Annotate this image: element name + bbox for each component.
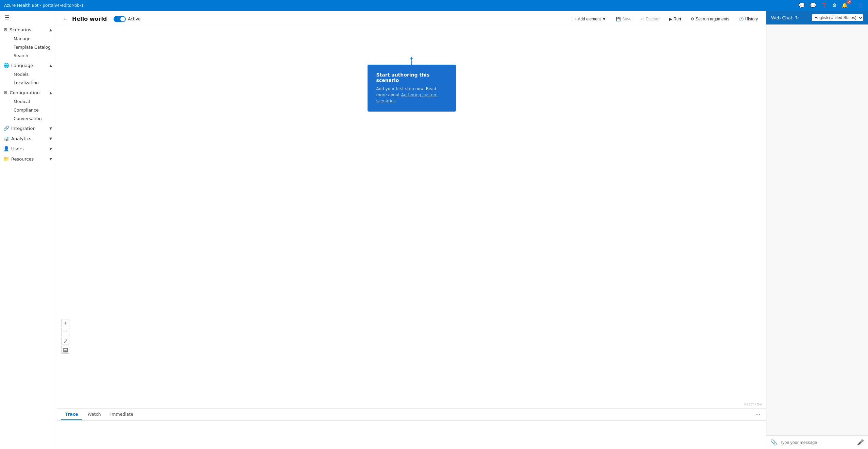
feedback-icon[interactable]: 💬 bbox=[799, 2, 805, 9]
zoom-controls: + − ⤢ ▤ bbox=[61, 319, 69, 354]
bottom-panel: Trace Watch Immediate ⋯ bbox=[57, 408, 766, 449]
scenarios-chevron: ▲ bbox=[49, 28, 52, 32]
back-button[interactable]: ← bbox=[63, 16, 68, 22]
main: ← Hello world Active + + Add element ▼ 💾… bbox=[57, 11, 766, 449]
language-sub-items: Models Localization bbox=[0, 70, 57, 87]
mic-icon[interactable]: 🎤 bbox=[857, 439, 864, 446]
set-run-args-icon: ⚙ bbox=[691, 17, 694, 21]
sidebar-section-integration[interactable]: 🔗Integration ▼ bbox=[0, 123, 57, 133]
run-button[interactable]: ▶ Run bbox=[666, 15, 684, 23]
sidebar-section-resources[interactable]: 📁Resources ▼ bbox=[0, 153, 57, 164]
settings-icon[interactable]: ⚙ bbox=[832, 2, 837, 9]
configuration-icon: ⚙ bbox=[3, 90, 8, 95]
toggle-thumb bbox=[120, 17, 125, 21]
topbar-left: Azure Health Bot - portalv4-editor-bb-1 bbox=[4, 3, 84, 8]
start-card-title: Start authoring this scenario bbox=[376, 72, 447, 83]
sidebar-section-configuration[interactable]: ⚙Configuration ▲ bbox=[0, 87, 57, 97]
webchat-header: Web Chat ↻ English (United States) Spani… bbox=[766, 11, 868, 24]
save-icon: 💾 bbox=[616, 17, 621, 21]
toggle-track[interactable] bbox=[114, 16, 126, 22]
canvas-wrapper: + Start authoring this scenario Add your… bbox=[57, 27, 766, 449]
minimap-button[interactable]: ▤ bbox=[61, 346, 69, 354]
webchat-panel: Web Chat ↻ English (United States) Spani… bbox=[766, 11, 868, 449]
canvas-area[interactable]: + Start authoring this scenario Add your… bbox=[57, 27, 766, 408]
sidebar-section-language[interactable]: 🌐Language ▲ bbox=[0, 60, 57, 70]
users-icon: 👤 bbox=[3, 146, 9, 151]
resources-chevron: ▼ bbox=[49, 157, 52, 161]
integration-chevron: ▼ bbox=[49, 127, 52, 130]
topbar-title: Azure Health Bot - portalv4-editor-bb-1 bbox=[4, 3, 84, 8]
chat-icon[interactable]: 💬 bbox=[810, 2, 816, 9]
webchat-refresh-icon[interactable]: ↻ bbox=[795, 15, 799, 20]
topbar-right: 💬 💬 ❓ ⚙ 🔔2 👤 bbox=[799, 2, 864, 9]
scenarios-sub-items: Manage Template Catalog Search bbox=[0, 34, 57, 60]
set-run-args-button[interactable]: ⚙ Set run arguments bbox=[688, 15, 732, 23]
users-chevron: ▼ bbox=[49, 147, 52, 151]
tab-trace[interactable]: Trace bbox=[61, 409, 82, 420]
help-icon[interactable]: ❓ bbox=[821, 2, 828, 9]
resources-icon: 📁 bbox=[3, 156, 9, 162]
hamburger-menu[interactable]: ☰ bbox=[0, 11, 57, 24]
sidebar-section-users[interactable]: 👤Users ▼ bbox=[0, 143, 57, 153]
sidebar-item-localization[interactable]: Localization bbox=[10, 79, 57, 87]
active-toggle[interactable]: Active bbox=[114, 16, 140, 22]
language-icon: 🌐 bbox=[3, 63, 9, 68]
history-icon: 🕐 bbox=[739, 17, 744, 21]
fit-screen-button[interactable]: ⤢ bbox=[61, 337, 69, 345]
history-button[interactable]: 🕐 History bbox=[736, 15, 761, 23]
webchat-body bbox=[766, 24, 868, 435]
configuration-chevron: ▲ bbox=[49, 91, 52, 95]
language-chevron: ▲ bbox=[49, 64, 52, 67]
language-select[interactable]: English (United States) Spanish French bbox=[812, 14, 863, 21]
analytics-chevron: ▼ bbox=[49, 137, 52, 140]
bottom-tabs: Trace Watch Immediate ⋯ bbox=[57, 409, 766, 421]
sidebar-section-scenarios[interactable]: ⚙Scenarios ▲ bbox=[0, 24, 57, 34]
webchat-footer: 📎 🎤 bbox=[766, 435, 868, 449]
attach-icon[interactable]: 📎 bbox=[770, 439, 777, 446]
start-authoring-card: Start authoring this scenario Add your f… bbox=[368, 65, 456, 112]
sidebar-item-compliance[interactable]: Compliance bbox=[10, 106, 57, 114]
scenario-title: Hello world bbox=[72, 16, 107, 22]
message-input[interactable] bbox=[780, 440, 854, 445]
tab-immediate[interactable]: Immediate bbox=[106, 409, 137, 420]
integration-icon: 🔗 bbox=[3, 126, 9, 131]
tab-watch[interactable]: Watch bbox=[84, 409, 105, 420]
sidebar-item-conversation[interactable]: Conversation bbox=[10, 114, 57, 123]
scenario-toolbar: ← Hello world Active + + Add element ▼ 💾… bbox=[57, 11, 766, 27]
zoom-in-button[interactable]: + bbox=[61, 319, 69, 327]
bottom-content bbox=[57, 421, 766, 449]
sidebar-item-manage[interactable]: Manage bbox=[10, 34, 57, 43]
sidebar: ☰ ⚙Scenarios ▲ Manage Template Catalog S… bbox=[0, 11, 57, 449]
sidebar-section-analytics[interactable]: 📊Analytics ▼ bbox=[0, 133, 57, 143]
sidebar-item-template-catalog[interactable]: Template Catalog bbox=[10, 43, 57, 51]
sidebar-item-medical[interactable]: Medical bbox=[10, 97, 57, 106]
avatar-icon[interactable]: 👤 bbox=[857, 2, 864, 9]
configuration-sub-items: Medical Compliance Conversation bbox=[0, 97, 57, 123]
toggle-label: Active bbox=[128, 17, 140, 21]
scenarios-icon: ⚙ bbox=[3, 27, 8, 32]
start-card-desc: Add your first step now. Read more about… bbox=[376, 86, 447, 104]
sidebar-item-models[interactable]: Models bbox=[10, 70, 57, 79]
layout: ☰ ⚙Scenarios ▲ Manage Template Catalog S… bbox=[0, 0, 868, 449]
webchat-header-left: Web Chat ↻ bbox=[771, 15, 799, 20]
save-button[interactable]: 💾 Save bbox=[613, 15, 634, 23]
add-element-icon: + bbox=[571, 17, 573, 21]
run-icon: ▶ bbox=[669, 17, 672, 21]
react-flow-label: React Flow bbox=[744, 402, 763, 406]
discard-button[interactable]: ↩ Discard bbox=[638, 15, 662, 23]
webchat-label: Web Chat bbox=[771, 15, 793, 20]
canvas-content: + Start authoring this scenario Add your… bbox=[57, 27, 766, 408]
topbar: Azure Health Bot - portalv4-editor-bb-1 … bbox=[0, 0, 868, 11]
add-element-chevron: ▼ bbox=[602, 17, 606, 21]
analytics-icon: 📊 bbox=[3, 136, 9, 141]
add-element-button[interactable]: + + Add element ▼ bbox=[568, 15, 609, 23]
sidebar-item-search[interactable]: Search bbox=[10, 51, 57, 60]
notification-icon[interactable]: 🔔2 bbox=[841, 2, 853, 9]
bottom-tabs-menu-icon[interactable]: ⋯ bbox=[754, 410, 762, 419]
discard-icon: ↩ bbox=[641, 17, 644, 21]
zoom-out-button[interactable]: − bbox=[61, 328, 69, 336]
